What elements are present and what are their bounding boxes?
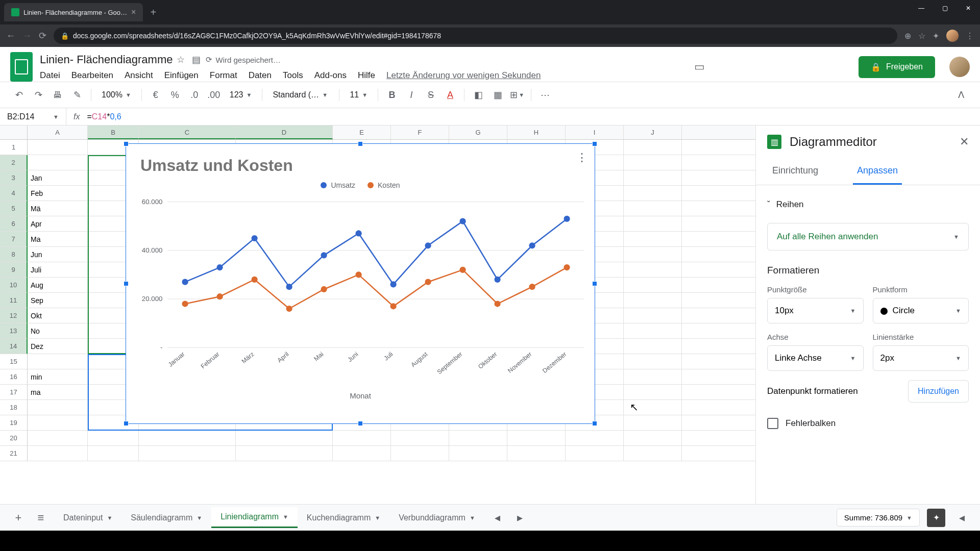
apply-all-select[interactable]: Auf alle Reihen anwenden▼ xyxy=(767,223,969,251)
resize-handle[interactable] xyxy=(124,421,129,426)
strike-button[interactable]: S xyxy=(422,86,439,104)
more-button[interactable]: ⋯ xyxy=(536,86,554,104)
resize-handle[interactable] xyxy=(358,421,363,426)
scroll-tabs-right[interactable]: ▸ xyxy=(511,509,529,527)
mouse-cursor-icon: ↖ xyxy=(630,401,639,413)
menu-tools[interactable]: Tools xyxy=(283,70,303,81)
print-button[interactable]: 🖶 xyxy=(49,86,66,104)
text-color-button[interactable]: A xyxy=(442,86,459,104)
sheets-logo-icon[interactable] xyxy=(10,52,33,82)
menu-view[interactable]: Ansicht xyxy=(125,70,153,81)
point-shape-select[interactable]: Circle▼ xyxy=(873,298,969,323)
font-select[interactable]: Standard (…▼ xyxy=(267,88,334,102)
resize-handle[interactable] xyxy=(358,141,363,146)
new-tab-button[interactable]: + xyxy=(150,7,156,18)
menu-help[interactable]: Hilfe xyxy=(358,70,375,81)
forward-button[interactable]: → xyxy=(22,31,32,41)
undo-button[interactable]: ↶ xyxy=(10,86,28,104)
resize-handle[interactable] xyxy=(124,141,129,146)
fill-color-button[interactable]: ◧ xyxy=(470,86,487,104)
paint-format-button[interactable]: ✎ xyxy=(68,86,86,104)
menu-format[interactable]: Format xyxy=(210,70,237,81)
bookmark-icon[interactable]: ☆ xyxy=(918,31,925,41)
window-controls: — ▢ ✕ xyxy=(910,0,980,16)
address-bar[interactable]: 🔒 docs.google.com/spreadsheets/d/16sZAG8… xyxy=(54,28,897,44)
error-bars-checkbox[interactable]: Fehlerbalken xyxy=(767,418,969,429)
star-icon[interactable]: ☆ xyxy=(177,54,185,65)
scroll-tabs-left[interactable]: ◂ xyxy=(488,509,507,527)
menu-insert[interactable]: Einfügen xyxy=(164,70,199,81)
sheet-tab[interactable]: Liniendiagramm ▼ xyxy=(211,507,298,528)
side-panel-toggle[interactable]: ◂ xyxy=(952,509,971,527)
number-format-select[interactable]: 123▼ xyxy=(225,88,257,102)
zoom-select[interactable]: 100%▼ xyxy=(96,88,136,102)
comments-button[interactable]: ▭ xyxy=(689,56,710,78)
maximize-button[interactable]: ▢ xyxy=(933,0,957,16)
last-edit-link[interactable]: Letzte Änderung vor wenigen Sekunden xyxy=(386,70,541,81)
tab-setup[interactable]: Einrichtung xyxy=(768,158,822,185)
all-sheets-button[interactable]: ≡ xyxy=(32,509,50,527)
account-avatar[interactable] xyxy=(949,57,970,77)
collapse-toolbar-button[interactable]: ᐱ xyxy=(952,86,970,104)
resize-handle[interactable] xyxy=(592,421,597,426)
italic-button[interactable]: I xyxy=(403,86,420,104)
svg-text:Mai: Mai xyxy=(312,350,325,362)
close-panel-button[interactable]: ✕ xyxy=(960,135,969,148)
svg-point-40 xyxy=(459,267,465,273)
svg-point-43 xyxy=(564,264,570,270)
formula-input[interactable]: =C14*0,6 xyxy=(87,112,121,121)
browser-profile-avatar[interactable] xyxy=(946,30,959,42)
bold-button[interactable]: B xyxy=(383,86,401,104)
axis-select[interactable]: Linke Achse▼ xyxy=(767,345,864,371)
resize-handle[interactable] xyxy=(592,141,597,146)
menu-edit[interactable]: Bearbeiten xyxy=(71,70,113,81)
extensions-icon[interactable]: ✦ xyxy=(933,31,939,41)
name-box[interactable]: B2:D14▼ xyxy=(0,108,66,125)
sheet-tab[interactable]: Dateninput ▼ xyxy=(54,507,121,528)
minimize-button[interactable]: — xyxy=(910,0,933,16)
spreadsheet-grid[interactable]: ABCDEFGHIJ 12345678910111213141516171819… xyxy=(0,126,755,504)
sheet-tab[interactable]: Säulendiagramm ▼ xyxy=(121,507,211,528)
share-button[interactable]: 🔒 Freigeben xyxy=(859,56,935,78)
point-shape-label: Punktform xyxy=(873,285,969,294)
merge-button[interactable]: ⊞▼ xyxy=(508,86,526,104)
line-width-select[interactable]: 2px▼ xyxy=(873,345,969,371)
chart-plot-area[interactable]: -20.00040.00060.000JanuarFebruarMärzApri… xyxy=(126,193,595,387)
browser-tab[interactable]: Linien- Flächendiagramme - Goo… × xyxy=(4,3,143,21)
quicksum-display[interactable]: Summe: 736.809▼ xyxy=(837,509,920,527)
menu-data[interactable]: Daten xyxy=(249,70,272,81)
sheet-tab[interactable]: Kuchendiagramm ▼ xyxy=(298,507,389,528)
close-tab-icon[interactable]: × xyxy=(131,8,136,17)
add-sheet-button[interactable]: + xyxy=(9,509,28,527)
borders-button[interactable]: ▦ xyxy=(489,86,506,104)
chart-editor-icon: ▥ xyxy=(767,135,781,149)
browser-menu-icon[interactable]: ⋮ xyxy=(966,31,974,41)
menu-file[interactable]: Datei xyxy=(40,70,60,81)
redo-button[interactable]: ↷ xyxy=(30,86,47,104)
dec-decrease-button[interactable]: .0 xyxy=(186,86,203,104)
resize-handle[interactable] xyxy=(592,281,597,286)
embedded-chart[interactable]: ⋮ Umsatz und Kosten Umsatz Kosten -20.00… xyxy=(126,143,595,424)
move-icon[interactable]: ▤ xyxy=(192,54,201,65)
section-series[interactable]: ˇ Reihen xyxy=(767,195,969,214)
sheet-tab[interactable]: Verbunddiagramm ▼ xyxy=(389,507,484,528)
svg-point-27 xyxy=(425,242,431,248)
explore-button[interactable]: ✦ xyxy=(927,509,945,527)
font-size-select[interactable]: 11▼ xyxy=(345,88,373,102)
resize-handle[interactable] xyxy=(124,281,129,286)
point-size-select[interactable]: 10px▼ xyxy=(767,298,864,323)
dec-increase-button[interactable]: .00 xyxy=(205,86,223,104)
tab-customize[interactable]: Anpassen xyxy=(853,158,902,185)
chart-title[interactable]: Umsatz und Kosten xyxy=(126,144,595,179)
add-datapoint-button[interactable]: Hinzufügen xyxy=(908,380,969,403)
percent-button[interactable]: % xyxy=(166,86,184,104)
svg-point-22 xyxy=(251,235,257,241)
menu-addons[interactable]: Add-ons xyxy=(314,70,347,81)
zoom-icon[interactable]: ⊕ xyxy=(904,31,911,41)
reload-button[interactable]: ⟳ xyxy=(39,30,46,41)
chart-menu-icon[interactable]: ⋮ xyxy=(576,151,587,164)
document-title[interactable]: Linien- Flächendiagramme xyxy=(40,53,173,66)
back-button[interactable]: ← xyxy=(6,31,15,41)
currency-button[interactable]: € xyxy=(147,86,164,104)
close-window-button[interactable]: ✕ xyxy=(957,0,980,16)
